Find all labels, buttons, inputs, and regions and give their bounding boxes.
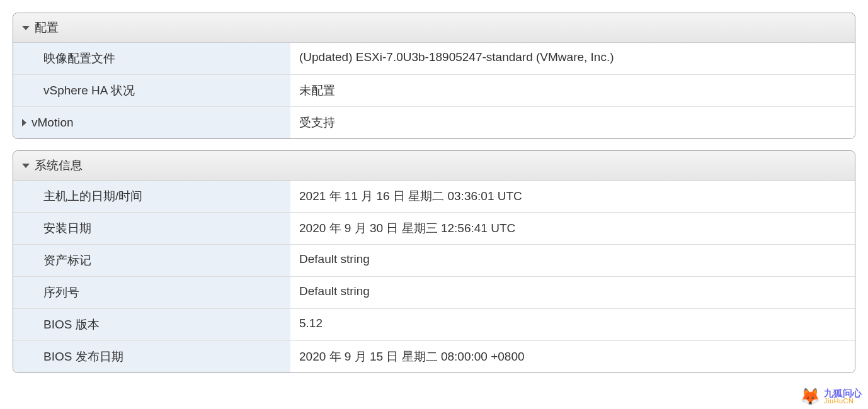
fox-logo-icon: 🦊 (800, 388, 820, 397)
row-vmotion[interactable]: vMotion 受支持 (13, 107, 855, 138)
row-bios-version: BIOS 版本 5.12 (13, 309, 855, 341)
row-asset-tag: 资产标记 Default string (13, 245, 855, 277)
label-bios-version: BIOS 版本 (13, 309, 290, 340)
row-bios-date: BIOS 发布日期 2020 年 9 月 15 日 星期二 08:00:00 +… (13, 341, 855, 373)
value-bios-date: 2020 年 9 月 15 日 星期二 08:00:00 +0800 (290, 341, 855, 373)
row-install-date: 安装日期 2020 年 9 月 30 日 星期三 12:56:41 UTC (13, 213, 855, 245)
config-panel-title: 配置 (35, 20, 59, 36)
label-asset-tag: 资产标记 (13, 245, 290, 276)
label-bios-date: BIOS 发布日期 (13, 341, 290, 373)
row-serial: 序列号 Default string (13, 277, 855, 309)
value-bios-version: 5.12 (290, 309, 855, 340)
value-image-profile: (Updated) ESXi-7.0U3b-18905247-standard … (290, 43, 855, 74)
label-install-date: 安装日期 (13, 213, 290, 244)
caret-down-icon (22, 26, 30, 30)
value-host-datetime: 2021 年 11 月 16 日 星期二 03:36:01 UTC (290, 181, 855, 212)
watermark: 🦊 九狐问心 JiuHuCN (800, 388, 862, 397)
row-image-profile: 映像配置文件 (Updated) ESXi-7.0U3b-18905247-st… (13, 43, 855, 75)
sysinfo-panel-title: 系统信息 (35, 157, 83, 174)
caret-down-icon (22, 164, 30, 168)
label-serial: 序列号 (13, 277, 290, 308)
row-host-datetime: 主机上的日期/时间 2021 年 11 月 16 日 星期二 03:36:01 … (13, 181, 855, 213)
value-asset-tag: Default string (290, 245, 855, 276)
row-ha-status: vSphere HA 状况 未配置 (13, 75, 855, 107)
label-vmotion[interactable]: vMotion (13, 107, 290, 138)
label-ha-status: vSphere HA 状况 (13, 75, 290, 106)
caret-right-icon (22, 119, 26, 126)
label-image-profile: 映像配置文件 (13, 43, 290, 74)
value-install-date: 2020 年 9 月 30 日 星期三 12:56:41 UTC (290, 213, 855, 244)
sysinfo-panel-header[interactable]: 系统信息 (13, 151, 855, 181)
value-vmotion: 受支持 (290, 107, 855, 138)
value-serial: Default string (290, 277, 855, 308)
label-host-datetime: 主机上的日期/时间 (13, 181, 290, 212)
config-panel-header[interactable]: 配置 (13, 13, 855, 43)
watermark-cn: 九狐问心 (824, 388, 862, 397)
config-panel: 配置 映像配置文件 (Updated) ESXi-7.0U3b-18905247… (13, 13, 855, 139)
sysinfo-panel: 系统信息 主机上的日期/时间 2021 年 11 月 16 日 星期二 03:3… (13, 150, 855, 373)
value-ha-status: 未配置 (290, 75, 855, 106)
